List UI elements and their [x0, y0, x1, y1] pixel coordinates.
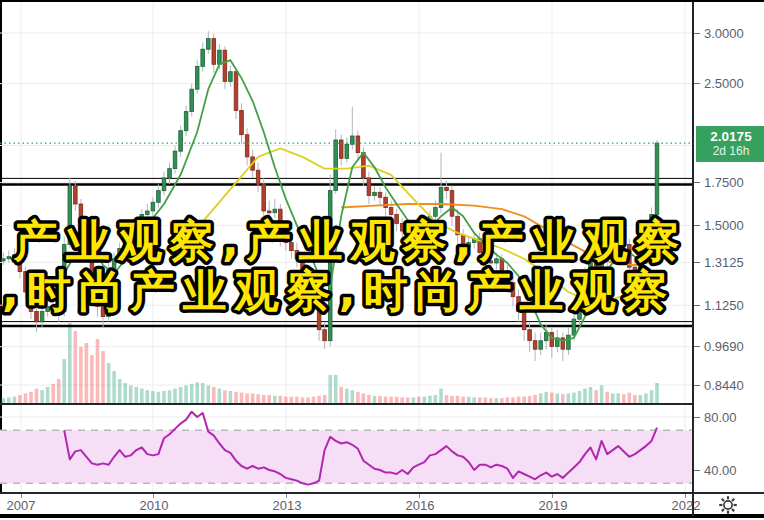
watermark-line-1: 产业观察,产业观察,产业观察: [13, 215, 687, 266]
volume-bar: [334, 375, 338, 403]
tick-label-text: 80.00: [704, 410, 737, 425]
volume-bar: [506, 397, 510, 403]
volume-bar: [650, 390, 654, 403]
volume-bar: [223, 390, 227, 403]
volume-bar: [312, 397, 316, 403]
candle-down: [362, 153, 366, 178]
volume-bar: [140, 389, 144, 403]
candle-up: [146, 211, 150, 215]
volume-bar: [605, 392, 609, 403]
volume-bar: [267, 395, 271, 403]
candle-up: [345, 144, 349, 158]
volume-bar: [207, 385, 211, 403]
volume-bar: [245, 393, 249, 403]
volume-bar: [489, 398, 493, 403]
watermark: 产业观察,产业观察,产业观察 ,时尚产业观察,时尚产业观察: [2, 215, 687, 316]
volume-bar: [550, 393, 554, 403]
volume-bar: [168, 390, 172, 403]
volume-bar: [412, 397, 416, 403]
year-label: 2019: [538, 498, 567, 513]
volume-bar: [517, 397, 521, 403]
candle-down: [240, 110, 244, 134]
candle-down: [262, 184, 266, 211]
price-tick-label: 1.3125: [694, 254, 764, 270]
candle-down: [223, 50, 227, 81]
volume-bar: [62, 359, 66, 403]
candle-up: [201, 49, 205, 66]
price-tick-label: 1.1250: [694, 297, 764, 313]
candle-up: [168, 169, 172, 178]
volume-bar: [628, 393, 632, 403]
chart-canvas[interactable]: 产业观察,产业观察,产业观察 ,时尚产业观察,时尚产业观察: [0, 2, 764, 520]
volume-bar: [389, 397, 393, 403]
volume-bar: [195, 382, 199, 403]
volume-bar: [633, 395, 637, 403]
year-label: 2016: [406, 498, 435, 513]
volume-bar: [96, 339, 100, 403]
tick-mark: [694, 417, 700, 418]
volume-bar: [262, 395, 266, 403]
time-axis[interactable]: 200720102013201620192022: [0, 492, 764, 518]
tick-mark: [694, 182, 700, 183]
rsi-overbought-oversold-band: [0, 430, 692, 483]
volume-bar: [583, 389, 587, 403]
tick-mark: [694, 225, 700, 226]
candle-down: [450, 191, 454, 217]
volume-bar: [74, 331, 78, 403]
volume-bar: [35, 389, 39, 403]
volume-bar: [79, 347, 83, 403]
candle-down: [533, 341, 537, 350]
candle-up: [195, 66, 199, 89]
volume-bar: [622, 394, 626, 403]
volume-bar: [240, 393, 244, 403]
volume-bar: [201, 383, 205, 403]
watermark-line-2: ,时尚产业观察,时尚产业观察: [2, 265, 675, 316]
indicator-tick-label: 80.00: [694, 409, 764, 425]
tick-mark: [694, 470, 700, 471]
candle-down: [256, 170, 260, 184]
volume-bar: [7, 397, 11, 403]
volume-bar: [395, 397, 399, 403]
volume-bar: [146, 390, 150, 403]
volume-bar: [522, 397, 526, 403]
volume-bar: [544, 392, 548, 403]
candle-down: [550, 332, 554, 346]
candle-down: [528, 330, 532, 341]
volume-bar: [611, 393, 615, 403]
candle-up: [157, 191, 161, 203]
candle-up: [567, 335, 571, 349]
price-tick-label: 3.0000: [694, 25, 764, 41]
volume-bar: [594, 390, 598, 403]
volume-bar: [345, 389, 349, 403]
volume-bar: [655, 383, 659, 403]
candle-up: [190, 89, 194, 111]
volume-bar: [417, 397, 421, 403]
tick-mark: [694, 305, 700, 306]
candle-up: [539, 341, 543, 350]
candle-down: [74, 186, 78, 204]
volume-bar: [472, 397, 476, 403]
candle-down: [445, 187, 449, 190]
volume-bar: [600, 385, 604, 403]
volume-bar: [616, 393, 620, 403]
tick-label-text: 3.0000: [704, 26, 744, 41]
tick-mark: [694, 346, 700, 347]
price-tick-label: 1.7500: [694, 175, 764, 191]
candle-down: [245, 135, 249, 157]
candle-up: [7, 257, 11, 259]
volume-bar: [85, 343, 89, 403]
current-price-badge[interactable]: 2.0175 2d 16h: [696, 126, 764, 162]
volume-bar: [362, 393, 366, 403]
settings-gear-icon[interactable]: [716, 495, 740, 515]
volume-bar: [184, 385, 188, 403]
volume-bar: [135, 387, 139, 403]
candle-up: [207, 39, 211, 50]
candle-down: [389, 208, 393, 215]
volume-bar: [279, 396, 283, 403]
volume-bar: [57, 379, 61, 403]
candle-up: [184, 112, 188, 131]
price-axis[interactable]: 2.0175 2d 16h 3.00002.50001.75001.50001.…: [692, 2, 764, 492]
volume-bar: [328, 375, 332, 403]
tick-label-text: 0.8440: [704, 378, 744, 393]
tick-label-text: 2.5000: [704, 76, 744, 91]
